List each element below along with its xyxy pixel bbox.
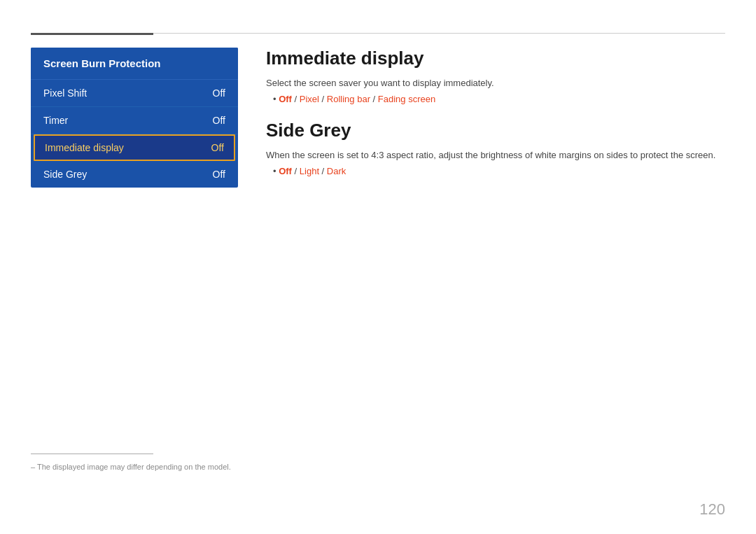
side-grey-label: Side Grey — [43, 169, 87, 180]
footer-note: – The displayed image may differ dependi… — [31, 454, 231, 472]
side-grey-opt-light: Light — [300, 166, 319, 176]
timer-label: Timer — [43, 115, 68, 126]
immediate-display-options: Off / Pixel / Rolling bar / Fading scree… — [266, 94, 725, 104]
footer-line — [31, 454, 153, 454]
immediate-display-description: Select the screen saver you want to disp… — [266, 78, 725, 88]
side-grey-options: Off / Light / Dark — [266, 166, 725, 176]
footer-text: – The displayed image may differ dependi… — [31, 463, 231, 471]
top-border-accent — [31, 33, 153, 35]
menu-item-timer[interactable]: Timer Off — [31, 107, 238, 134]
right-content: Immediate display Select the screen save… — [266, 48, 725, 186]
immediate-display-opt-fading: Fading screen — [378, 94, 435, 104]
pixel-shift-value: Off — [213, 87, 225, 99]
screen-burn-protection-menu: Screen Burn Protection Pixel Shift Off T… — [31, 48, 238, 188]
menu-item-immediate-display[interactable]: Immediate display Off — [34, 134, 235, 161]
immediate-display-value: Off — [211, 142, 224, 153]
immediate-display-opt-off: Off — [279, 94, 292, 104]
side-grey-description: When the screen is set to 4:3 aspect rat… — [266, 150, 725, 160]
sep5: / — [319, 166, 327, 176]
immediate-display-title: Immediate display — [266, 48, 725, 69]
menu-item-side-grey[interactable]: Side Grey Off — [31, 161, 238, 188]
sep1: / — [292, 94, 300, 104]
page-number: 120 — [699, 500, 725, 519]
sep4: / — [292, 166, 300, 176]
side-grey-opt-dark: Dark — [327, 166, 346, 176]
side-grey-title: Side Grey — [266, 120, 725, 141]
menu-item-pixel-shift[interactable]: Pixel Shift Off — [31, 80, 238, 107]
immediate-display-label: Immediate display — [45, 142, 124, 153]
timer-value: Off — [213, 115, 225, 126]
immediate-display-section: Immediate display Select the screen save… — [266, 48, 725, 104]
immediate-display-opt-pixel: Pixel — [300, 94, 319, 104]
side-grey-opt-off: Off — [279, 166, 292, 176]
sep2: / — [319, 94, 327, 104]
immediate-display-opt-rolling: Rolling bar — [327, 94, 370, 104]
pixel-shift-label: Pixel Shift — [43, 87, 87, 99]
sep3: / — [370, 94, 378, 104]
side-grey-section: Side Grey When the screen is set to 4:3 … — [266, 120, 725, 176]
menu-header: Screen Burn Protection — [31, 48, 238, 80]
side-grey-value: Off — [213, 169, 225, 180]
